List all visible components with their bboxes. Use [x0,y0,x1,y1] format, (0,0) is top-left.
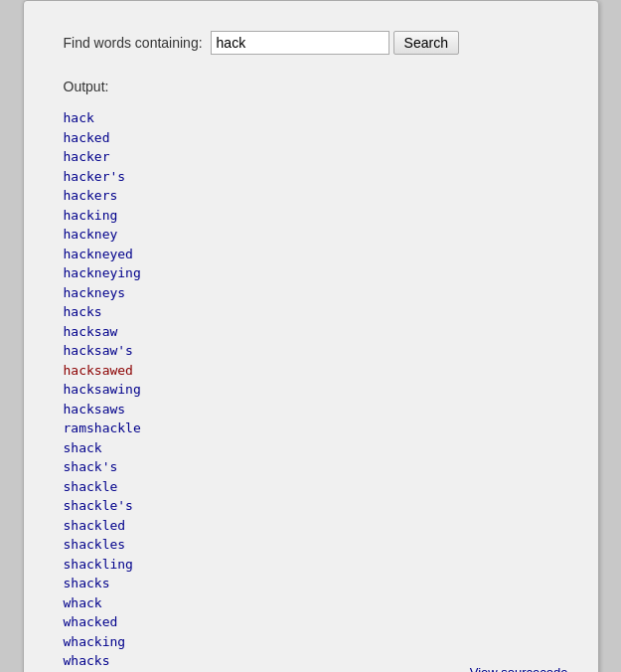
list-item: shackles [64,535,558,555]
word-list: hackhackedhackerhacker'shackershackingha… [64,108,558,671]
view-sourcecode-link[interactable]: View sourcecode [470,665,568,673]
list-item: hacked [64,128,558,148]
list-item: hackneys [64,283,558,303]
list-item: hacker's [64,167,558,187]
word-link[interactable]: shackled [64,518,126,533]
list-item: hacksaw [64,322,558,342]
list-item: shack [64,438,558,458]
list-item: ramshackle [64,419,558,438]
word-link[interactable]: hackers [64,188,118,203]
footer: View sourcecode [470,663,568,673]
word-link[interactable]: hacks [64,304,102,319]
search-input[interactable] [211,31,389,55]
list-item: hacks [64,302,558,322]
list-item: hackers [64,186,558,206]
word-link[interactable]: hacked [64,130,110,145]
list-item: hacksaws [64,400,558,420]
word-link[interactable]: shackle's [64,498,133,513]
list-item: hacksawed [64,361,558,381]
word-link[interactable]: shack [64,440,102,455]
word-link[interactable]: shack's [64,459,118,474]
word-link[interactable]: hackneys [64,285,126,300]
word-link[interactable]: shacks [64,576,110,590]
word-link[interactable]: whack [64,595,102,610]
word-link[interactable]: hacksawed [64,363,133,378]
list-item: shackled [64,516,558,536]
word-link[interactable]: hacking [64,208,118,223]
search-row: Find words containing: Search [64,31,558,55]
word-link[interactable]: ramshackle [64,420,141,435]
word-link[interactable]: whacked [64,614,118,629]
list-item: whacked [64,612,558,632]
word-link[interactable]: whacking [64,634,126,649]
word-link[interactable]: hacker's [64,169,126,184]
list-item: whacking [64,632,558,652]
list-item: shack's [64,457,558,477]
list-item: hacksaw's [64,341,558,361]
list-item: shackle [64,477,558,497]
list-item: whack [64,593,558,613]
word-link[interactable]: shackles [64,537,126,552]
main-window: Find words containing: Search Output: ha… [23,0,599,672]
output-label: Output: [64,79,558,94]
word-link[interactable]: hacksawing [64,382,141,397]
list-item: hackneyed [64,245,558,264]
list-item: hacksawing [64,380,558,400]
word-link[interactable]: hacksaws [64,402,126,417]
word-link[interactable]: hackneying [64,265,141,280]
list-item: shackle's [64,496,558,516]
word-link[interactable]: whacks [64,653,110,668]
word-link[interactable]: shackling [64,557,133,572]
word-link[interactable]: shackle [64,479,118,494]
word-link[interactable]: hacksaw's [64,343,133,358]
search-label: Find words containing: [64,35,203,51]
word-link[interactable]: hacker [64,149,110,164]
search-button[interactable]: Search [393,31,459,55]
list-item: hacking [64,206,558,226]
list-item: hacker [64,147,558,167]
list-item: hackney [64,225,558,245]
list-item: shacks [64,574,558,593]
word-link[interactable]: hackney [64,227,118,242]
list-item: hack [64,108,558,128]
word-link[interactable]: hacksaw [64,324,118,339]
word-link[interactable]: hackneyed [64,247,133,261]
word-link[interactable]: hack [64,110,94,125]
list-item: hackneying [64,263,558,283]
list-item: shackling [64,555,558,575]
